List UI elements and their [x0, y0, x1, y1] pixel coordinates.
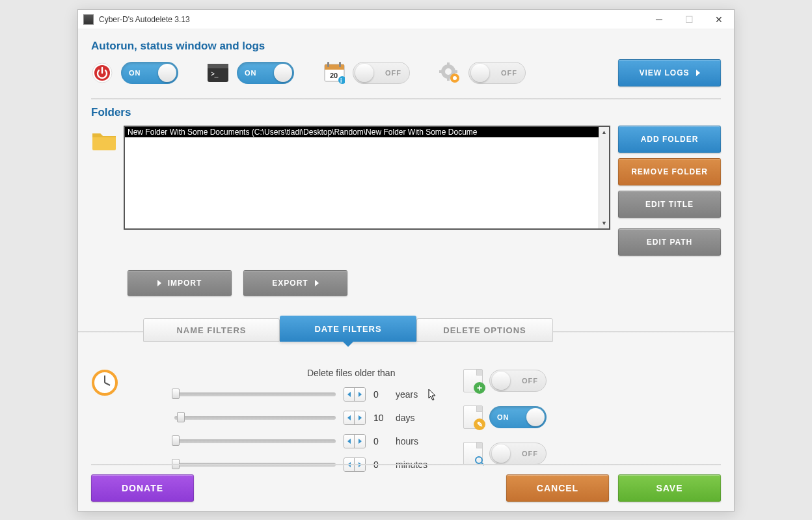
tab-name-filters[interactable]: NAME FILTERS	[143, 318, 280, 342]
divider	[91, 464, 721, 465]
years-label: years	[396, 389, 418, 400]
donate-button[interactable]: DONATE	[91, 474, 194, 502]
autorun-row: ON >_ ON 20i OFF OFF VIEW LOGS	[91, 59, 721, 87]
add-folder-button[interactable]: ADD FOLDER	[618, 126, 721, 153]
file-modified-toggle[interactable]: ON	[489, 406, 547, 428]
status-window-toggle[interactable]: ON	[237, 62, 294, 84]
svg-rect-15	[447, 77, 450, 81]
divider	[91, 98, 721, 100]
power-icon	[91, 62, 113, 84]
tab-date-filters[interactable]: DATE FILTERS	[280, 316, 416, 342]
days-label: days	[396, 413, 415, 423]
terminal-icon: >_	[207, 62, 229, 84]
app-icon	[83, 14, 94, 25]
export-button[interactable]: EXPORT	[243, 270, 347, 296]
minimize-button[interactable]: ─	[644, 10, 674, 29]
folders-heading: Folders	[91, 106, 721, 119]
years-slider[interactable]	[174, 392, 336, 396]
tab-delete-options[interactable]: DELETE OPTIONS	[416, 318, 553, 342]
svg-rect-7	[327, 62, 329, 67]
scroll-down-icon[interactable]: ▼	[599, 218, 609, 228]
tabs: NAME FILTERS DATE FILTERS DELETE OPTIONS	[143, 316, 721, 342]
hours-value: 0	[373, 436, 388, 446]
settings-toggle[interactable]: OFF	[468, 62, 526, 84]
footer: DONATE CANCEL SAVE	[91, 474, 721, 502]
chevron-right-icon	[315, 280, 319, 286]
svg-rect-8	[339, 62, 341, 67]
folder-icon	[91, 128, 117, 152]
days-row: 10 days	[125, 411, 450, 425]
hours-spinner[interactable]	[344, 434, 366, 448]
svg-point-23	[476, 457, 482, 463]
svg-rect-14	[447, 62, 450, 66]
remove-folder-button[interactable]: REMOVE FOLDER	[618, 158, 721, 185]
svg-rect-3	[208, 64, 228, 68]
years-spinner[interactable]	[344, 387, 366, 402]
date-filter-title: Delete files older than	[307, 368, 450, 378]
file-created-icon: +	[463, 369, 483, 392]
days-value: 10	[373, 413, 388, 423]
days-slider[interactable]	[174, 416, 336, 420]
folder-list-item[interactable]: New Folder With Some Documents (C:\Users…	[125, 127, 609, 137]
years-value: 0	[373, 389, 388, 400]
view-logs-button[interactable]: VIEW LOGS	[618, 59, 721, 87]
clock-icon	[91, 369, 118, 396]
file-modified-icon: ✎	[463, 405, 483, 429]
calendar-icon: 20i	[323, 62, 345, 84]
file-accessed-icon	[463, 442, 483, 465]
hours-label: hours	[396, 436, 418, 446]
edit-title-button[interactable]: EDIT TITLE	[618, 191, 721, 218]
chevron-right-icon	[696, 70, 700, 76]
window-title: Cyber-D's Autodelete 3.13	[99, 15, 644, 24]
close-button[interactable]: ✕	[704, 10, 734, 29]
years-row: 0 years	[125, 387, 450, 402]
file-created-toggle[interactable]: OFF	[489, 370, 547, 392]
edit-path-button[interactable]: EDIT PATH	[618, 228, 721, 256]
svg-text:>_: >_	[211, 70, 219, 77]
file-accessed-toggle[interactable]: OFF	[489, 443, 547, 465]
hours-slider[interactable]	[174, 439, 336, 443]
days-spinner[interactable]	[344, 411, 366, 425]
folder-buttons: ADD FOLDER REMOVE FOLDER EDIT TITLE EDIT…	[618, 126, 721, 256]
svg-point-13	[445, 68, 452, 75]
cancel-button[interactable]: CANCEL	[506, 474, 609, 502]
scrollbar[interactable]: ▲ ▼	[599, 127, 609, 228]
app-window: Cyber-D's Autodelete 3.13 ─ ☐ ✕ Autorun,…	[77, 9, 735, 512]
svg-point-19	[453, 76, 457, 80]
gear-icon	[439, 62, 461, 84]
svg-text:20: 20	[330, 72, 338, 79]
save-button[interactable]: SAVE	[618, 474, 721, 502]
folder-list[interactable]: New Folder With Some Documents (C:\Users…	[124, 126, 610, 230]
svg-text:i: i	[340, 77, 342, 84]
svg-rect-17	[453, 70, 457, 73]
scroll-up-icon[interactable]: ▲	[599, 127, 609, 137]
autorun-toggle[interactable]: ON	[121, 62, 178, 84]
hours-row: 0 hours	[125, 434, 450, 448]
titlebar: Cyber-D's Autodelete 3.13 ─ ☐ ✕	[78, 10, 734, 29]
chevron-right-icon	[157, 280, 161, 286]
autorun-heading: Autorun, status window and logs	[91, 40, 721, 53]
maximize-button[interactable]: ☐	[674, 10, 704, 29]
schedule-toggle[interactable]: OFF	[353, 62, 410, 84]
svg-rect-16	[439, 70, 443, 73]
import-button[interactable]: IMPORT	[128, 270, 232, 296]
